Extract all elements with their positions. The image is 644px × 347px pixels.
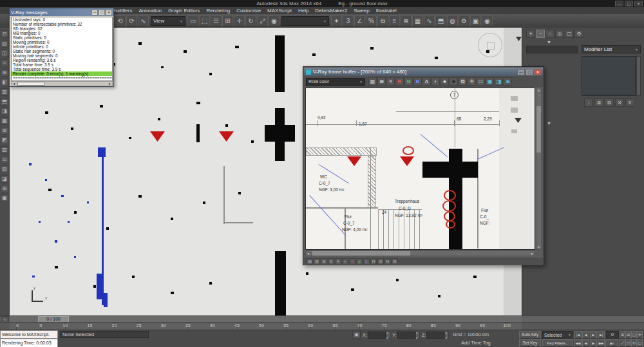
play-button[interactable]: ▶ — [590, 331, 597, 339]
blue-channel-icon[interactable]: B — [413, 77, 422, 86]
close-button[interactable]: ✕ — [634, 1, 643, 6]
load-image-icon[interactable]: ⊞ — [377, 77, 386, 86]
minimize-button[interactable]: — — [615, 1, 623, 6]
save-image-icon[interactable]: ▦ — [368, 77, 377, 86]
hierarchy-tab-icon[interactable]: ⌂ — [545, 30, 554, 38]
fb-crosshair-icon[interactable]: ✛ — [335, 258, 341, 265]
modify-tab-icon[interactable]: ◔ — [536, 30, 545, 38]
channel-dropdown[interactable]: RGB color — [306, 78, 365, 86]
fb-compare-icon[interactable]: ◐ — [342, 258, 348, 265]
zoom-extents-button[interactable]: ◱ — [631, 331, 637, 339]
curves-icon[interactable]: ≋ — [504, 77, 512, 86]
rendered-frame-icon[interactable]: ▣ — [470, 15, 481, 26]
pan-button[interactable]: ✛ — [637, 331, 643, 339]
vray-title-bar[interactable]: V-Ray messages — ▢ ✕ — [10, 8, 113, 16]
left-toolbar-icon[interactable]: ⊡ — [1, 156, 8, 164]
select-manipulate-icon[interactable]: ✦ — [331, 15, 342, 26]
next-key-button[interactable]: ▶▶ — [598, 339, 605, 347]
named-selection-sets-dropdown[interactable] — [281, 16, 329, 26]
fb-maximize-button[interactable]: ▢ — [526, 69, 533, 75]
vray-horizontal-scrollbar[interactable] — [11, 81, 113, 86]
create-tab-icon[interactable]: ✶ — [526, 30, 535, 38]
curve-editor-icon[interactable]: ∿ — [424, 15, 435, 26]
snap-toggle-icon[interactable]: 3 — [343, 15, 354, 26]
clear-image-icon[interactable]: ✕ — [386, 77, 395, 86]
left-toolbar-icon[interactable]: ▥ — [1, 88, 8, 96]
rectangular-selection-icon[interactable]: ▭ — [187, 15, 198, 26]
fb-expand-icon[interactable]: ⊞ — [392, 258, 398, 265]
window-crossing-icon[interactable]: ⊞ — [222, 15, 233, 26]
select-link-icon[interactable]: ∿ — [138, 15, 149, 26]
align-icon[interactable]: ≡ — [389, 15, 400, 26]
color-correction-icon[interactable]: ▣ — [486, 77, 494, 86]
utilities-tab-icon[interactable]: ⚙ — [574, 30, 583, 38]
schematic-view-icon[interactable]: ⬒ — [435, 15, 446, 26]
fb-hscroll-thumb[interactable] — [312, 251, 410, 256]
modifier-stack[interactable] — [582, 56, 636, 96]
zoom-button[interactable]: ⊕ — [620, 331, 625, 339]
chevron-down-icon[interactable]: ▼ — [547, 121, 551, 126]
vray-minimize-button[interactable]: — — [91, 10, 98, 15]
fb-h-icon[interactable]: H — [370, 258, 377, 265]
fb-vertical-scrollbar[interactable] — [536, 88, 542, 250]
fb-info-icon[interactable]: ▤ — [307, 258, 313, 265]
reference-coordinate-dropdown[interactable]: View — [151, 16, 185, 26]
set-key-button[interactable]: Set Key — [519, 339, 541, 347]
select-object-icon[interactable]: ⬚ — [199, 15, 210, 26]
menu-customize[interactable]: Customize — [233, 7, 264, 14]
fb-vscroll-thumb[interactable] — [536, 106, 541, 153]
select-move-icon[interactable]: ✛ — [234, 15, 245, 26]
render-setup-icon[interactable]: ⚙ — [459, 15, 469, 26]
fb-minimize-button[interactable]: — — [517, 69, 525, 75]
end-frame-button[interactable]: ▶| — [605, 339, 618, 347]
angle-snap-icon[interactable]: ∠ — [354, 15, 365, 26]
fb-collapse-icon[interactable]: ⊟ — [377, 258, 384, 265]
redo-icon[interactable]: ⟳ — [126, 15, 137, 26]
menu-graph-editors[interactable]: Graph Editors — [165, 7, 203, 14]
left-toolbar-icon[interactable]: ◨ — [1, 108, 8, 115]
select-by-name-icon[interactable]: ☰ — [211, 15, 222, 26]
vray-log[interactable]: Unshaded rays: 0Number of intersectable … — [11, 17, 113, 81]
vray-maximize-button[interactable]: ▢ — [99, 10, 105, 15]
add-time-tag[interactable]: Add Time Tag — [461, 340, 491, 346]
current-frame-field[interactable]: 0 — [606, 331, 619, 339]
vray-frame-buffer-window[interactable]: V-Ray frame buffer - [200% of 640 x 480]… — [303, 66, 544, 265]
monochrome-icon[interactable]: ◐ — [431, 77, 440, 86]
fb-green-icon[interactable]: g — [356, 258, 363, 265]
left-toolbar-icon[interactable]: ◩ — [1, 136, 8, 144]
render-production-icon[interactable]: ◉ — [482, 15, 493, 26]
red-channel-icon[interactable]: R — [395, 77, 404, 86]
viewcube-icon[interactable] — [478, 33, 502, 57]
fb-curves-icon[interactable]: ≋ — [328, 258, 334, 265]
key-filter-set-dropdown[interactable]: Selected — [542, 331, 573, 339]
black-level-icon[interactable]: ● — [450, 77, 458, 86]
fb-blue-icon[interactable]: b — [363, 258, 370, 265]
graphite-toggle-icon[interactable]: ▦ — [412, 15, 423, 26]
chevron-down-icon[interactable]: ▼ — [547, 40, 551, 44]
key-filters-button[interactable]: Key Filters... — [542, 339, 573, 347]
orbit-button[interactable]: ↻ — [631, 339, 637, 347]
menu-debrismaker2[interactable]: DebrisMaker2 — [312, 7, 350, 14]
menu-maxscript[interactable]: MAXScript — [264, 7, 295, 14]
left-toolbar-icon[interactable]: ⌗ — [1, 59, 8, 67]
green-channel-icon[interactable]: G — [404, 77, 413, 86]
go-to-end-button[interactable]: ▶| — [598, 331, 605, 339]
left-toolbar-icon[interactable]: ▧ — [1, 146, 8, 154]
fb-canvas[interactable]: WC C-0_7 NGF: 3,00 m² Flur C-0_7 NGF: 4,… — [305, 88, 535, 250]
undo-icon[interactable]: ⟲ — [115, 15, 126, 26]
left-toolbar-icon[interactable]: ▦ — [1, 117, 8, 125]
sub-next-button[interactable]: ▶ — [590, 339, 597, 347]
fb-close-button[interactable]: ✕ — [534, 69, 542, 75]
zoom-all-button[interactable]: ⊞ — [625, 331, 631, 339]
coordinate-spinner[interactable] — [444, 332, 449, 339]
configure-modifier-sets-button[interactable]: ≡ — [625, 98, 634, 107]
left-toolbar-icon[interactable]: ▤ — [1, 40, 8, 48]
material-editor-icon[interactable]: ◍ — [447, 15, 458, 26]
go-to-start-button[interactable]: |◀ — [574, 331, 582, 339]
track-mouse-icon[interactable]: ✛ — [468, 77, 476, 86]
pin-stack-button[interactable]: ↓ — [584, 98, 593, 107]
srgb-icon[interactable]: ◨ — [495, 77, 503, 86]
coordinate-input[interactable] — [397, 332, 415, 339]
left-toolbar-icon[interactable]: ⊞ — [1, 69, 8, 77]
left-toolbar-icon[interactable]: ⊠ — [1, 127, 8, 135]
